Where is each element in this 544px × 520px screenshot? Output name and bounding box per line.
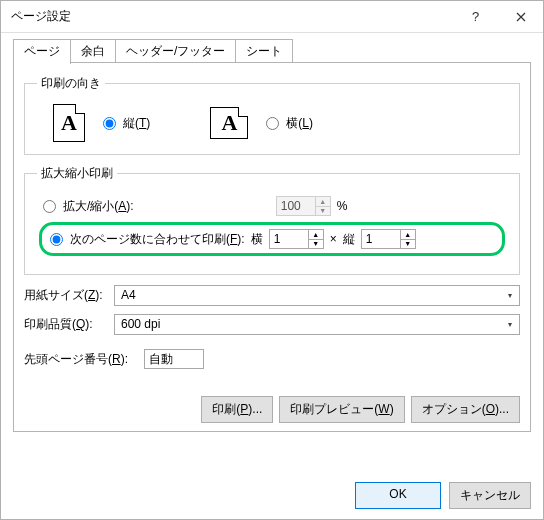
spin-up-icon[interactable]: ▲: [401, 230, 415, 239]
row-firstpage: 先頭ページ番号(R):: [24, 349, 520, 369]
spin-down-icon[interactable]: ▼: [316, 206, 330, 216]
radio-portrait[interactable]: 縦(T): [103, 115, 150, 132]
radio-zoom[interactable]: 拡大/縮小(A):: [43, 198, 134, 215]
panel-button-row: 印刷(P)... 印刷プレビュー(W) オプション(O)...: [201, 396, 520, 423]
tab-page[interactable]: ページ: [13, 39, 71, 64]
dialog-button-row: OK キャンセル: [355, 482, 531, 509]
spin-up-icon[interactable]: ▲: [309, 230, 323, 239]
print-button[interactable]: 印刷(P)...: [201, 396, 273, 423]
papersize-combo[interactable]: A4 ▾: [114, 285, 520, 306]
portrait-icon: A: [53, 104, 85, 142]
radio-landscape-input[interactable]: [266, 117, 279, 130]
window-title: ページ設定: [11, 8, 453, 25]
radio-fit-input[interactable]: [50, 233, 63, 246]
group-orientation: 印刷の向き A 縦(T) A 横(L): [24, 75, 520, 155]
printquality-value: 600 dpi: [115, 315, 501, 334]
landscape-icon: A: [210, 107, 248, 139]
group-orientation-legend: 印刷の向き: [37, 75, 105, 92]
tab-margins[interactable]: 余白: [70, 39, 116, 63]
zoom-unit: %: [337, 199, 348, 213]
fit-wide-input[interactable]: [270, 230, 308, 248]
papersize-label: 用紙サイズ(Z):: [24, 287, 114, 304]
options-button[interactable]: オプション(O)...: [411, 396, 520, 423]
zoom-spinner[interactable]: ▲ ▼: [276, 196, 331, 216]
radio-portrait-input[interactable]: [103, 117, 116, 130]
papersize-value: A4: [115, 286, 501, 305]
fit-wide-spinner[interactable]: ▲ ▼: [269, 229, 324, 249]
chevron-down-icon[interactable]: ▾: [501, 286, 519, 305]
firstpage-label: 先頭ページ番号(R):: [24, 351, 144, 368]
spin-up-icon[interactable]: ▲: [316, 197, 330, 206]
help-button[interactable]: ?: [453, 2, 498, 32]
fit-wide-label: 横: [251, 231, 263, 248]
fit-tall-input[interactable]: [362, 230, 400, 248]
fit-to-highlight: 次のページ数に合わせて印刷(F): 横 ▲ ▼ × 縦 ▲ ▼: [39, 222, 505, 256]
tab-sheet[interactable]: シート: [235, 39, 293, 63]
titlebar: ページ設定 ?: [1, 1, 543, 33]
radio-landscape[interactable]: 横(L): [266, 115, 313, 132]
spin-down-icon[interactable]: ▼: [401, 239, 415, 249]
fit-tall-label: 縦: [343, 231, 355, 248]
client-area: ページ 余白 ヘッダー/フッター シート 印刷の向き A 縦(T) A: [1, 33, 543, 519]
fit-times: ×: [330, 232, 337, 246]
group-scaling: 拡大縮小印刷 拡大/縮小(A): ▲ ▼ %: [24, 165, 520, 275]
tab-headerfooter[interactable]: ヘッダー/フッター: [115, 39, 236, 63]
group-scaling-legend: 拡大縮小印刷: [37, 165, 117, 182]
row-papersize: 用紙サイズ(Z): A4 ▾: [24, 285, 520, 306]
row-printquality: 印刷品質(Q): 600 dpi ▾: [24, 314, 520, 335]
close-icon: [516, 12, 526, 22]
zoom-input[interactable]: [277, 197, 315, 215]
radio-fit[interactable]: 次のページ数に合わせて印刷(F):: [50, 231, 245, 248]
printquality-combo[interactable]: 600 dpi ▾: [114, 314, 520, 335]
spin-down-icon[interactable]: ▼: [309, 239, 323, 249]
radio-zoom-input[interactable]: [43, 200, 56, 213]
chevron-down-icon[interactable]: ▾: [501, 315, 519, 334]
firstpage-input[interactable]: [144, 349, 204, 369]
cancel-button[interactable]: キャンセル: [449, 482, 531, 509]
fit-tall-spinner[interactable]: ▲ ▼: [361, 229, 416, 249]
print-preview-button[interactable]: 印刷プレビュー(W): [279, 396, 404, 423]
close-button[interactable]: [498, 2, 543, 32]
ok-button[interactable]: OK: [355, 482, 441, 509]
tabpanel-page: 印刷の向き A 縦(T) A 横(L): [13, 62, 531, 432]
tabstrip: ページ 余白 ヘッダー/フッター シート: [13, 41, 531, 63]
printquality-label: 印刷品質(Q):: [24, 316, 114, 333]
